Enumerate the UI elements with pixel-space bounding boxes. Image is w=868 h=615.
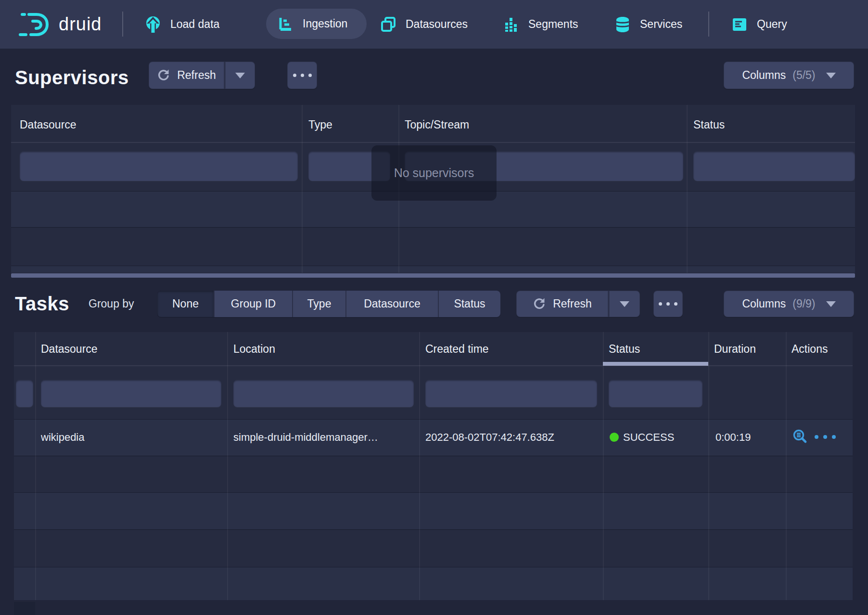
datasource-filter-input[interactable] [41,380,221,407]
navbar-divider [122,12,123,37]
location-filter-input[interactable] [233,380,414,407]
tasks-refresh-button[interactable]: Refresh [516,291,608,317]
supervisors-refresh-button[interactable]: Refresh [149,62,224,89]
chevron-down-icon [826,301,836,307]
refresh-icon [157,69,170,82]
refresh-icon [533,297,546,311]
tasks-columns-button[interactable]: Columns (9/9) [724,291,854,317]
tasks-title: Tasks [15,293,69,315]
group-by-option-status[interactable]: Status [439,291,500,317]
group-by-option-type[interactable]: Type [293,291,346,317]
brand-wordmark: druid [59,14,102,35]
table-row [11,266,855,273]
supervisors-table: Datasource Type Topic/Stream Status No s… [11,105,855,273]
columns-count: (5/5) [792,69,815,82]
column-header-created-time[interactable]: Created time [425,343,489,356]
tasks-table: Datasource Location Created time Status … [14,332,853,600]
table-row [14,492,853,529]
refresh-label: Refresh [553,297,592,310]
nav-item-services[interactable]: Services [614,0,682,49]
tasks-more-button[interactable] [653,291,683,317]
chevron-down-icon [235,73,245,78]
empty-message: No supervisors [394,166,474,180]
cell-datasource[interactable]: wikipedia [41,431,219,444]
services-icon [614,16,631,33]
horizontal-scrollbar[interactable] [11,273,855,278]
nav-item-label: Ingestion [303,17,347,30]
column-header-datasource[interactable]: Datasource [41,343,98,356]
task-actions-menu-icon[interactable] [815,435,836,439]
table-row [14,567,853,600]
nav-item-label: Segments [528,18,578,31]
chevron-down-icon [826,73,836,78]
status-sort-indicator [603,362,708,366]
column-header-status[interactable]: Status [693,118,725,131]
column-header-duration[interactable]: Duration [714,343,756,356]
druid-logo-icon [18,12,55,38]
nav-item-label: Query [757,18,787,31]
group-by-option-group-id[interactable]: Group ID [215,291,293,317]
datasource-filter-input[interactable] [20,151,298,181]
more-icon [293,74,312,77]
supervisors-more-button[interactable] [287,62,317,89]
query-icon [731,16,748,33]
column-header-datasource[interactable]: Datasource [20,118,77,131]
created-time-filter-input[interactable] [425,380,597,407]
nav-item-ingestion[interactable]: Ingestion [266,9,367,39]
task-details-magnifier-icon[interactable] [792,429,808,445]
column-header-actions[interactable]: Actions [791,343,828,356]
nav-item-query[interactable]: Query [731,0,787,49]
more-icon [659,302,677,306]
group-by-option-none[interactable]: None [157,291,215,317]
narrow-filter-input[interactable] [16,380,33,407]
nav-item-segments[interactable]: Segments [502,0,578,49]
cell-created-time[interactable]: 2022-08-02T07:42:47.638Z [425,431,599,444]
druid-console: druid Load data Ingestion [0,0,868,615]
group-by-option-datasource[interactable]: Datasource [346,291,439,317]
status-filter-input[interactable] [609,380,702,407]
datasources-icon [380,16,397,33]
columns-label: Columns [742,297,786,310]
cell-status[interactable]: SUCCESS [623,431,705,444]
chevron-down-icon [620,301,629,307]
supervisors-columns-button[interactable]: Columns (5/5) [724,62,854,89]
top-navbar: druid Load data Ingestion [0,0,868,49]
column-header-location[interactable]: Location [233,343,275,356]
column-header-topic-stream[interactable]: Topic/Stream [405,118,469,131]
cell-duration[interactable]: 0:00:19 [715,431,783,444]
nav-item-datasources[interactable]: Datasources [380,0,468,49]
success-status-dot [610,433,619,442]
column-header-type[interactable]: Type [308,118,332,131]
ingestion-icon [277,15,294,33]
group-by-label: Group by [89,297,134,310]
nav-item-label: Services [640,18,682,31]
group-by-segmented-control: None Group ID Type Datasource Status [157,291,500,317]
no-supervisors-overlay: No supervisors [371,145,497,201]
refresh-label: Refresh [177,69,216,82]
supervisors-title: Supervisors [15,67,129,89]
columns-count: (9/9) [792,297,815,310]
columns-label: Columns [742,69,786,82]
nav-item-label: Load data [170,18,219,31]
status-filter-input[interactable] [693,151,855,181]
segments-icon [502,16,520,33]
nav-item-load-data[interactable]: Load data [144,0,219,49]
nav-item-label: Datasources [406,18,468,31]
navbar-divider [708,12,709,37]
upload-icon [144,15,162,34]
table-row [14,602,35,615]
supervisors-refresh-menu-button[interactable] [224,62,255,89]
cell-location[interactable]: simple-druid-middlemanager… [233,431,411,444]
tasks-refresh-menu-button[interactable] [608,291,640,317]
column-header-status[interactable]: Status [609,343,640,356]
